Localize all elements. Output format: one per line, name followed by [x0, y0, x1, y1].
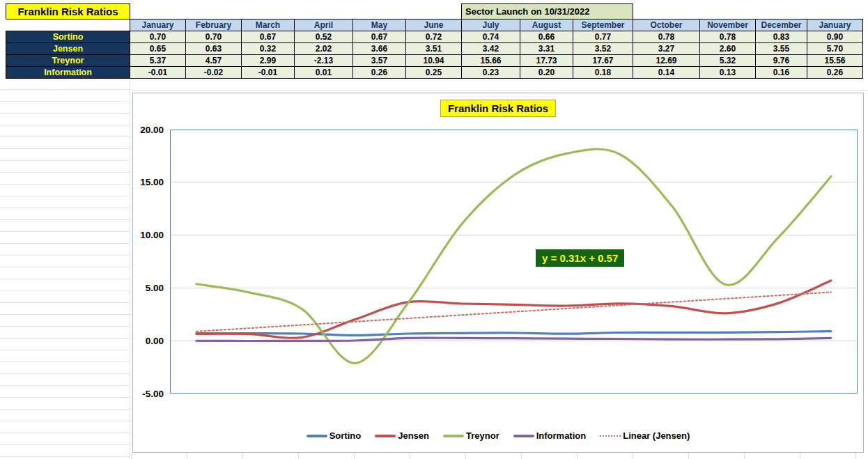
legend-dotted-swatch [600, 435, 621, 437]
value-cell[interactable]: 0.18 [573, 67, 633, 79]
sheet-gridlines-left [0, 78, 130, 459]
value-cell[interactable]: 15.66 [462, 55, 520, 67]
chart-canvas: 20.0015.0010.005.000.00-5.00 [133, 93, 863, 452]
row-label-treynor[interactable]: Treynor [6, 55, 130, 67]
month-header-2[interactable]: February [186, 20, 242, 31]
month-header-12[interactable]: December [756, 20, 807, 31]
legend-item-sortino[interactable]: Sortino [307, 430, 362, 441]
chart-legend: SortinoJensenTreynorInformationLinear (J… [133, 430, 863, 441]
value-cell[interactable]: 0.78 [633, 31, 700, 43]
value-cell[interactable]: 0.66 [520, 31, 573, 43]
value-cell[interactable]: 17.67 [573, 55, 633, 67]
value-cell[interactable]: 9.76 [756, 55, 807, 67]
month-header-5[interactable]: May [353, 20, 406, 31]
value-cell[interactable]: 2.60 [700, 43, 756, 55]
value-cell[interactable]: 17.73 [520, 55, 573, 67]
row-label-jensen[interactable]: Jensen [6, 43, 130, 55]
value-cell[interactable]: 0.77 [573, 31, 633, 43]
plot-border [171, 130, 858, 394]
value-cell[interactable]: 0.74 [462, 31, 520, 43]
value-cell[interactable]: 0.23 [462, 67, 520, 79]
value-cell[interactable]: 5.37 [130, 55, 186, 67]
value-cell[interactable]: -0.01 [130, 67, 186, 79]
value-cell[interactable]: 12.69 [633, 55, 700, 67]
legend-label: Jensen [398, 430, 429, 441]
value-cell[interactable]: 0.25 [406, 67, 462, 79]
table-row: Jensen0.650.630.322.023.663.513.423.313.… [6, 43, 863, 55]
value-cell[interactable]: 0.26 [807, 67, 863, 79]
risk-ratios-table: Franklin Risk RatiosSector Launch on 10/… [6, 3, 863, 79]
value-cell[interactable]: 3.52 [573, 43, 633, 55]
value-cell[interactable]: 3.51 [406, 43, 462, 55]
legend-label: Treynor [466, 430, 499, 441]
month-header-1[interactable]: January [130, 20, 186, 31]
value-cell[interactable]: 0.13 [700, 67, 756, 79]
table-row: Sortino0.700.700.670.520.670.720.740.660… [6, 31, 863, 43]
value-cell[interactable]: 0.67 [353, 31, 406, 43]
value-cell[interactable]: 3.57 [353, 55, 406, 67]
value-cell[interactable]: 0.20 [520, 67, 573, 79]
row-label-information[interactable]: Information [6, 67, 130, 79]
month-header-3[interactable]: March [242, 20, 295, 31]
value-cell[interactable]: 0.52 [295, 31, 353, 43]
value-cell[interactable]: 4.57 [186, 55, 242, 67]
legend-line-swatch [513, 435, 534, 437]
value-cell[interactable]: -2.13 [295, 55, 353, 67]
legend-label: Information [536, 430, 587, 441]
value-cell[interactable]: 0.78 [700, 31, 756, 43]
value-cell[interactable]: 10.94 [406, 55, 462, 67]
sheet-gridlines-bottom [131, 453, 868, 459]
value-cell[interactable]: 2.02 [295, 43, 353, 55]
sheet-gridline-row [130, 90, 868, 91]
month-header-6[interactable]: June [406, 20, 462, 31]
legend-item-jensen[interactable]: Jensen [375, 430, 429, 441]
trendline-equation-label[interactable]: y = 0.31x + 0.57 [536, 249, 624, 267]
value-cell[interactable]: 5.70 [807, 43, 863, 55]
legend-item-information[interactable]: Information [513, 430, 587, 441]
y-axis-label: 5.00 [146, 283, 164, 293]
value-cell[interactable]: 0.01 [295, 67, 353, 79]
value-cell[interactable]: -0.02 [186, 67, 242, 79]
value-cell[interactable]: 0.83 [756, 31, 807, 43]
month-header-10[interactable]: October [633, 20, 700, 31]
value-cell[interactable]: 3.42 [462, 43, 520, 55]
risk-ratios-chart[interactable]: 20.0015.0010.005.000.00-5.00 Franklin Ri… [132, 93, 864, 453]
table-row: Treynor5.374.572.99-2.133.5710.9415.6617… [6, 55, 863, 67]
month-header-7[interactable]: July [462, 20, 520, 31]
value-cell[interactable]: 0.26 [353, 67, 406, 79]
value-cell[interactable]: 0.67 [242, 31, 295, 43]
month-header-8[interactable]: August [520, 20, 573, 31]
legend-label: Linear (Jensen) [623, 430, 690, 441]
value-cell[interactable]: 0.70 [186, 31, 242, 43]
legend-label: Sortino [330, 430, 362, 441]
month-header-11[interactable]: November [700, 20, 756, 31]
value-cell[interactable]: 5.32 [700, 55, 756, 67]
value-cell[interactable]: 3.55 [756, 43, 807, 55]
sector-launch-banner[interactable]: Sector Launch on 10/31/2022 [462, 4, 633, 20]
legend-item-linear-jensen[interactable]: Linear (Jensen) [600, 430, 690, 441]
value-cell[interactable]: 2.99 [242, 55, 295, 67]
legend-item-treynor[interactable]: Treynor [443, 430, 499, 441]
month-header-4[interactable]: April [295, 20, 353, 31]
value-cell[interactable]: 15.56 [807, 55, 863, 67]
value-cell[interactable]: 0.14 [633, 67, 700, 79]
value-cell[interactable]: -0.01 [242, 67, 295, 79]
value-cell[interactable]: 0.16 [756, 67, 807, 79]
value-cell[interactable]: 0.63 [186, 43, 242, 55]
value-cell[interactable]: 3.27 [633, 43, 700, 55]
value-cell[interactable]: 0.70 [130, 31, 186, 43]
month-header-13[interactable]: January [807, 20, 863, 31]
value-cell[interactable]: 0.32 [242, 43, 295, 55]
value-cell[interactable]: 3.31 [520, 43, 573, 55]
month-header-9[interactable]: September [573, 20, 633, 31]
value-cell[interactable]: 0.90 [807, 31, 863, 43]
row-label-sortino[interactable]: Sortino [6, 31, 130, 43]
table-title[interactable]: Franklin Risk Ratios [6, 4, 130, 20]
value-cell[interactable]: 0.72 [406, 31, 462, 43]
value-cell[interactable]: 3.66 [353, 43, 406, 55]
y-axis-label: -5.00 [142, 389, 164, 399]
legend-line-swatch [307, 435, 327, 437]
chart-title[interactable]: Franklin Risk Ratios [440, 100, 556, 117]
value-cell[interactable]: 0.65 [130, 43, 186, 55]
y-axis-label: 0.00 [146, 336, 164, 346]
